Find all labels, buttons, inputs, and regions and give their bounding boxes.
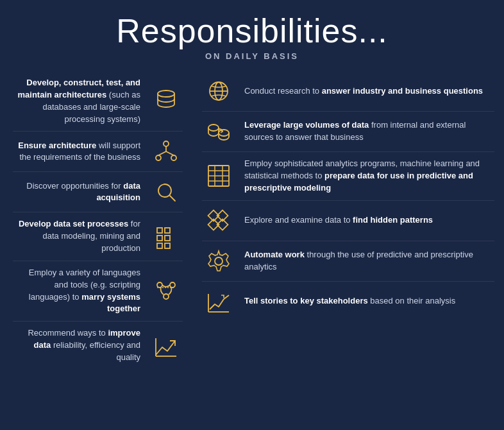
left-item-recommend-ways: Recommend ways to improve data reliabili…	[13, 322, 183, 370]
icon-diamond-grid	[202, 207, 235, 235]
svg-rect-11	[157, 236, 162, 241]
icon-database	[149, 87, 183, 116]
svg-point-7	[158, 184, 171, 197]
svg-point-1	[164, 141, 169, 146]
page-header: Responsibilities... ON DAILY BASIS	[0, 0, 504, 65]
left-text-develop-construct: Develop, construct, test, and maintain a…	[13, 77, 140, 125]
icon-table-grid	[202, 162, 235, 190]
left-text-recommend-ways: Recommend ways to improve data reliabili…	[13, 327, 140, 364]
svg-point-0	[158, 90, 174, 97]
icon-gear	[202, 247, 235, 275]
right-item-employ-analytics: Employ sophisticated analytics programs,…	[202, 152, 494, 201]
right-item-automate-work: Automate work through the use of predict…	[202, 241, 494, 282]
svg-rect-12	[165, 236, 170, 241]
svg-rect-14	[165, 243, 170, 248]
icon-search	[149, 178, 183, 206]
left-item-ensure-architecture: Ensure architecture will support the req…	[13, 132, 183, 172]
icon-grid	[149, 223, 183, 251]
icon-systems	[149, 277, 183, 305]
main-content: Develop, construct, test, and maintain a…	[0, 65, 504, 370]
svg-line-5	[158, 151, 166, 155]
icon-data-transfer	[202, 117, 235, 146]
left-text-employ-languages: Employ a variety of languages and tools …	[13, 267, 140, 315]
svg-point-2	[156, 155, 161, 160]
right-text-employ-analytics: Employ sophisticated analytics programs,…	[244, 158, 494, 194]
svg-point-3	[171, 155, 176, 160]
left-column: Develop, construct, test, and maintain a…	[0, 71, 192, 370]
left-text-develop-dataset: Develop data set processes for data mode…	[13, 218, 140, 255]
left-text-discover-opportunities: Discover opportunities for data acquisit…	[13, 180, 140, 205]
svg-point-15	[157, 282, 162, 288]
right-text-explore-examine: Explore and examine data to find hidden …	[244, 214, 433, 227]
right-item-leverage-data: Leverage large volumes of data from inte…	[202, 112, 494, 152]
svg-point-17	[164, 294, 169, 299]
svg-point-16	[170, 282, 175, 288]
right-text-automate-work: Automate work through the use of predict…	[244, 249, 494, 273]
right-text-conduct-research: Conduct research to answer industry and …	[244, 85, 483, 98]
icon-network	[149, 137, 183, 166]
right-item-conduct-research: Conduct research to answer industry and …	[202, 71, 494, 112]
svg-rect-10	[165, 228, 170, 233]
right-column: Conduct research to answer industry and …	[192, 71, 504, 370]
icon-chart-up	[149, 332, 183, 360]
svg-rect-9	[157, 228, 162, 233]
right-item-tell-stories: Tell stories to key stakeholders based o…	[202, 282, 494, 322]
page-subtitle: ON DAILY BASIS	[0, 51, 504, 61]
left-item-discover-opportunities: Discover opportunities for data acquisit…	[13, 172, 183, 212]
left-item-develop-dataset: Develop data set processes for data mode…	[13, 212, 183, 261]
page-title: Responsibilities...	[0, 12, 504, 50]
left-text-ensure-architecture: Ensure architecture will support the req…	[13, 140, 140, 164]
svg-point-25	[219, 130, 229, 136]
svg-point-36	[215, 257, 223, 265]
right-item-explore-examine: Explore and examine data to find hidden …	[202, 201, 494, 241]
right-text-leverage-data: Leverage large volumes of data from inte…	[244, 119, 494, 144]
svg-line-6	[166, 151, 174, 155]
right-text-tell-stories: Tell stories to key stakeholders based o…	[244, 295, 455, 307]
svg-line-8	[170, 196, 175, 201]
svg-point-24	[208, 125, 219, 131]
left-item-employ-languages: Employ a variety of languages and tools …	[13, 261, 183, 322]
icon-globe	[202, 77, 235, 105]
left-item-develop-construct: Develop, construct, test, and maintain a…	[13, 71, 183, 132]
svg-rect-13	[157, 243, 162, 248]
icon-chart-line	[202, 288, 235, 316]
